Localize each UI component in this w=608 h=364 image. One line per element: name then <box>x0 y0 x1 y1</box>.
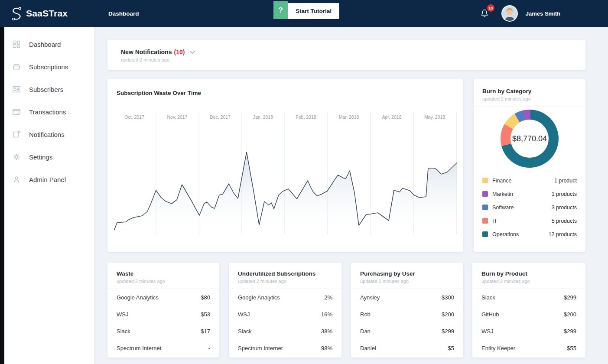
card-title: Purchasing by User <box>360 270 463 277</box>
table-row: Spectrum Internet- <box>117 340 210 357</box>
x-axis-label: Dec, 2017 <box>210 114 231 120</box>
sidebar-item-label: Subscriptions <box>29 63 68 71</box>
legend-swatch <box>482 205 488 210</box>
legend-swatch <box>482 178 488 183</box>
burn-category-title: Burn by Category <box>482 88 585 94</box>
brand-name: SaaSTrax <box>26 8 68 19</box>
row-label: Slack <box>117 328 130 335</box>
row-value: $299 <box>442 328 454 335</box>
card-title: Burn by Product <box>481 270 585 277</box>
table-row: Spectrum Internet98% <box>238 340 332 357</box>
card-header: Burn by Productupdated 2 minutes ago <box>472 263 585 284</box>
table-row: Aynsley$300 <box>360 289 454 306</box>
table-row: WSJ$299 <box>481 323 576 340</box>
row-value: 98% <box>321 345 332 351</box>
sidebar: DashboardSubscriptionsSubscribersTransac… <box>4 27 94 364</box>
avatar[interactable] <box>501 5 518 22</box>
x-axis-label: Feb, 2018 <box>296 114 316 120</box>
waste-over-time-card: Subscription Waste Over Time Oct, 2017No… <box>107 79 463 252</box>
user-name[interactable]: James Smith <box>526 10 560 17</box>
new-notifications-count: (10) <box>174 49 185 55</box>
card-updated: updated 2 minutes ago <box>360 279 463 284</box>
table-row: Google Analytics2% <box>238 289 332 306</box>
row-label: WSJ <box>481 328 493 335</box>
legend-row-software: Software3 products <box>482 201 577 214</box>
card-rows: Google Analytics$80WSJ$53Slack$17Spectru… <box>107 289 219 357</box>
left-edge-strip <box>0 27 4 364</box>
nav-dashboard[interactable]: Dashboard <box>108 0 139 27</box>
donut-legend: Finance1 productMarketin1 productsSoftwa… <box>482 174 577 241</box>
sidebar-item-admin-panel[interactable]: Admin Panel <box>4 168 94 191</box>
legend-label: Marketin <box>492 191 513 197</box>
row-label: Spectrum Internet <box>238 345 283 351</box>
sidebar-menu: DashboardSubscriptionsSubscribersTransac… <box>4 27 94 191</box>
table-row: Slack38% <box>238 323 332 340</box>
start-tutorial-button[interactable]: ? Start Tutorial <box>273 1 339 19</box>
new-notifications-title-row: New Notifications (10) <box>121 49 585 55</box>
sidebar-item-notifications[interactable]: Notifications <box>4 123 94 146</box>
legend-value: 1 product <box>554 178 577 184</box>
table-row: Slack$299 <box>481 289 576 306</box>
card-header: Purchasing by Userupdated 2 minutes ago <box>351 263 463 284</box>
x-axis-label: Apr, 2018 <box>382 114 402 120</box>
row-value: $53 <box>201 311 210 318</box>
card-updated: updated 2 minutes ago <box>117 279 219 284</box>
row-value: - <box>208 345 210 351</box>
sidebar-item-label: Subscribers <box>29 86 63 93</box>
card-rows: Aynsley$300Rob$200Dan$299Daniel$5 <box>351 289 463 357</box>
legend-row-marketin: Marketin1 products <box>482 187 577 201</box>
legend-value: 5 products <box>552 218 577 224</box>
sidebar-item-dashboard[interactable]: Dashboard <box>4 33 94 55</box>
brand-logo-icon <box>10 6 23 21</box>
row-value: 38% <box>321 328 332 335</box>
legend-value: 1 products <box>552 191 577 197</box>
new-notifications-title: New Notifications <box>121 49 172 55</box>
summary-card-purchasing-by-user: Purchasing by Userupdated 2 minutes agoA… <box>351 263 463 358</box>
row-label: Rob <box>360 311 371 318</box>
legend-label: IT <box>492 218 497 224</box>
card-updated: updated 2 minutes ago <box>481 279 585 284</box>
dashboard-icon <box>12 40 21 49</box>
row-label: Entity Keeper <box>481 345 515 351</box>
legend-swatch <box>482 231 488 237</box>
admin-icon <box>12 175 21 184</box>
card-updated: updated 2 minutes ago <box>238 279 341 284</box>
row-label: GitHub <box>481 311 499 318</box>
sidebar-item-label: Notifications <box>29 131 65 138</box>
row-value: 2% <box>324 294 332 301</box>
card-title: Underutilized Subscriptions <box>238 270 341 277</box>
summary-card-underutilized-subscriptions: Underutilized Subscriptionsupdated 2 min… <box>229 263 341 358</box>
new-notifications-bar[interactable]: New Notifications (10) updated 2 minutes… <box>107 40 585 70</box>
row-label: Spectrum Internet <box>117 345 161 351</box>
sidebar-item-transactions[interactable]: Transactions <box>4 101 94 123</box>
question-icon: ? <box>273 1 288 19</box>
row-label: Slack <box>238 328 252 335</box>
table-row: Slack$17 <box>117 323 210 340</box>
sidebar-item-label: Settings <box>29 153 52 161</box>
sidebar-item-subscriptions[interactable]: Subscriptions <box>4 55 94 78</box>
row-label: Dan <box>360 328 371 335</box>
sidebar-item-settings[interactable]: Settings <box>4 146 94 168</box>
brand-logo[interactable]: SaaSTrax <box>10 0 68 27</box>
x-axis-label: May, 2018 <box>424 114 445 120</box>
legend-value: 3 products <box>552 205 577 211</box>
header-right: 10 James Smith <box>480 0 608 27</box>
table-row: WSJ16% <box>238 306 332 323</box>
subscribers-icon <box>12 85 21 94</box>
burn-category-updated: updated 2 minutes ago <box>482 96 585 101</box>
row-value: $17 <box>201 328 210 335</box>
notifications-bell-button[interactable]: 10 <box>480 8 491 19</box>
top-navbar: SaaSTrax Dashboard ? Start Tutorial 10 <box>0 0 608 27</box>
legend-swatch <box>482 191 488 197</box>
row-label: WSJ <box>238 311 250 318</box>
notification-badge: 10 <box>487 4 494 12</box>
sidebar-item-subscribers[interactable]: Subscribers <box>4 78 94 101</box>
sidebar-item-label: Admin Panel <box>29 176 66 183</box>
row-value: $299 <box>564 328 576 335</box>
x-axis-label: Mar, 2018 <box>339 114 359 120</box>
row-label: Google Analytics <box>117 294 159 301</box>
legend-swatch <box>482 218 488 224</box>
chevron-down-icon[interactable] <box>189 50 195 54</box>
app-root: SaaSTrax Dashboard ? Start Tutorial 10 <box>0 0 608 364</box>
legend-row-finance: Finance1 product <box>482 174 577 187</box>
